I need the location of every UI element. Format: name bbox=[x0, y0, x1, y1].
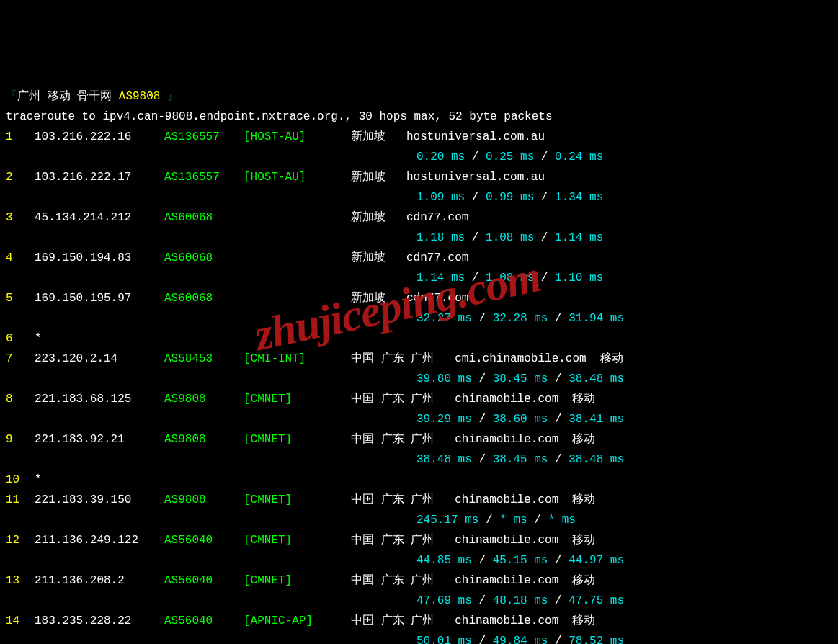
hop-location: 中国 广东 广州 cmi.chinamobile.com 移动 bbox=[337, 352, 623, 365]
hop-location: 中国 广东 广州 chinamobile.com 移动 bbox=[337, 393, 595, 406]
timing-3: 38.48 ms bbox=[569, 453, 624, 466]
hop-row: 11221.183.39.150AS9808[CMNET] 中国 广东 广州 c… bbox=[6, 490, 832, 510]
hop-ip: * bbox=[35, 332, 42, 345]
hop-location: 新加坡 cdn77.com bbox=[337, 251, 468, 264]
hop-row: 12211.136.249.122AS56040[CMNET] 中国 广东 广州… bbox=[6, 530, 832, 550]
hop-row: 14183.235.228.22AS56040[APNIC-AP] 中国 广东 … bbox=[6, 611, 832, 631]
hop-org: [HOST-AU] bbox=[244, 167, 337, 187]
hop-row: 6* bbox=[6, 328, 832, 349]
hop-asn: AS9808 bbox=[164, 490, 244, 510]
hop-org: [CMNET] bbox=[244, 490, 337, 510]
timing-2: 38.45 ms bbox=[493, 372, 548, 385]
hop-asn: AS56040 bbox=[164, 611, 244, 631]
timing-3: 1.34 ms bbox=[555, 191, 603, 204]
hop-location: 中国 广东 广州 chinamobile.com 移动 bbox=[337, 614, 595, 627]
hop-org: [CMNET] bbox=[244, 530, 337, 550]
hop-number: 7 bbox=[6, 349, 35, 369]
timing-3: * ms bbox=[548, 514, 575, 527]
timing-1: 32.27 ms bbox=[416, 312, 472, 325]
hop-location: 中国 广东 广州 chinamobile.com 移动 bbox=[337, 534, 595, 547]
hop-number: 13 bbox=[6, 571, 35, 591]
hop-org: [CMNET] bbox=[244, 571, 337, 591]
timing-1: 245.17 ms bbox=[416, 514, 478, 527]
hop-org: [CMNET] bbox=[244, 389, 337, 409]
hop-location: 新加坡 cdn77.com bbox=[337, 292, 468, 305]
hop-location: 中国 广东 广州 chinamobile.com 移动 bbox=[337, 433, 595, 446]
timing-1: 39.80 ms bbox=[416, 372, 472, 385]
hop-number: 8 bbox=[6, 389, 35, 409]
timing-2: 1.08 ms bbox=[486, 272, 534, 285]
hop-ip: 169.150.194.83 bbox=[35, 248, 164, 268]
timing-3: 44.97 ms bbox=[569, 554, 624, 567]
timing-2: * ms bbox=[499, 514, 527, 527]
timing-2: 48.18 ms bbox=[493, 594, 548, 607]
hop-ip: 221.183.92.21 bbox=[35, 429, 164, 450]
hop-row: 10* bbox=[6, 470, 832, 490]
timing-2: 38.60 ms bbox=[493, 413, 548, 426]
timing-1: 38.48 ms bbox=[416, 453, 472, 466]
hop-asn: AS9808 bbox=[164, 429, 244, 450]
hop-ip: * bbox=[35, 473, 42, 486]
hop-location: 新加坡 hostuniversal.com.au bbox=[337, 171, 545, 184]
timing-1: 1.14 ms bbox=[416, 272, 465, 285]
hop-timing-row: 44.85 ms / 45.15 ms / 44.97 ms bbox=[6, 550, 832, 571]
timing-3: 38.48 ms bbox=[569, 372, 624, 385]
timing-2: 32.28 ms bbox=[493, 312, 548, 325]
timing-1: 1.18 ms bbox=[416, 231, 465, 244]
timing-1: 44.85 ms bbox=[416, 554, 472, 567]
hop-timing-row: 39.29 ms / 38.60 ms / 38.41 ms bbox=[6, 409, 832, 429]
hop-ip: 221.183.39.150 bbox=[35, 490, 164, 510]
timing-1: 0.20 ms bbox=[416, 151, 465, 164]
hop-ip: 45.134.214.212 bbox=[35, 207, 164, 228]
hop-timing-row: 1.14 ms / 1.08 ms / 1.10 ms bbox=[6, 268, 832, 288]
hop-ip: 211.136.208.2 bbox=[35, 571, 164, 591]
hop-asn: AS58453 bbox=[164, 349, 244, 369]
timing-2: 45.15 ms bbox=[493, 554, 548, 567]
timing-3: 1.14 ms bbox=[555, 231, 603, 244]
timing-2: 49.84 ms bbox=[493, 635, 548, 644]
hop-row: 13211.136.208.2AS56040[CMNET] 中国 广东 广州 c… bbox=[6, 571, 832, 591]
hop-timing-row: 1.09 ms / 0.99 ms / 1.34 ms bbox=[6, 187, 832, 207]
timing-2: 0.99 ms bbox=[486, 191, 534, 204]
timing-3: 31.94 ms bbox=[569, 312, 624, 325]
hop-number: 10 bbox=[6, 470, 35, 490]
timing-3: 0.24 ms bbox=[555, 151, 603, 164]
hop-row: 1103.216.222.16AS136557[HOST-AU] 新加坡 hos… bbox=[6, 127, 832, 147]
hop-location: 新加坡 hostuniversal.com.au bbox=[337, 130, 545, 143]
timing-1: 1.09 ms bbox=[416, 191, 465, 204]
hop-timing-row: 1.18 ms / 1.08 ms / 1.14 ms bbox=[6, 228, 832, 248]
hop-ip: 169.150.195.97 bbox=[35, 288, 164, 308]
timing-1: 47.69 ms bbox=[416, 594, 472, 607]
timing-2: 1.08 ms bbox=[486, 231, 534, 244]
hop-row: 8221.183.68.125AS9808[CMNET] 中国 广东 广州 ch… bbox=[6, 389, 832, 409]
hop-ip: 211.136.249.122 bbox=[35, 530, 164, 550]
hop-row: 4169.150.194.83AS60068 新加坡 cdn77.com bbox=[6, 248, 832, 268]
hop-asn: AS60068 bbox=[164, 288, 244, 308]
timing-3: 47.75 ms bbox=[569, 594, 624, 607]
hop-timing-row: 50.01 ms / 49.84 ms / 78.52 ms bbox=[6, 631, 832, 644]
hop-number: 4 bbox=[6, 248, 35, 268]
hop-location: 新加坡 cdn77.com bbox=[337, 211, 468, 224]
hop-row: 7223.120.2.14AS58453[CMI-INT] 中国 广东 广州 c… bbox=[6, 349, 832, 369]
hop-row: 2103.216.222.17AS136557[HOST-AU] 新加坡 hos… bbox=[6, 167, 832, 187]
hop-timing-row: 47.69 ms / 48.18 ms / 47.75 ms bbox=[6, 591, 832, 611]
hop-location: 中国 广东 广州 chinamobile.com 移动 bbox=[337, 574, 595, 587]
hop-number: 1 bbox=[6, 127, 35, 147]
hop-row: 9221.183.92.21AS9808[CMNET] 中国 广东 广州 chi… bbox=[6, 429, 832, 450]
hop-timing-row: 39.80 ms / 38.45 ms / 38.48 ms bbox=[6, 369, 832, 389]
hop-ip: 221.183.68.125 bbox=[35, 389, 164, 409]
timing-3: 38.41 ms bbox=[569, 413, 624, 426]
command-line: traceroute to ipv4.can-9808.endpoint.nxt… bbox=[6, 107, 832, 127]
hop-number: 5 bbox=[6, 288, 35, 308]
hop-asn: AS136557 bbox=[164, 167, 244, 187]
timing-2: 0.25 ms bbox=[486, 151, 534, 164]
timing-2: 38.45 ms bbox=[493, 453, 548, 466]
timing-1: 39.29 ms bbox=[416, 413, 472, 426]
hop-location: 中国 广东 广州 chinamobile.com 移动 bbox=[337, 493, 595, 506]
hop-asn: AS56040 bbox=[164, 530, 244, 550]
hop-number: 6 bbox=[6, 328, 35, 349]
hop-asn: AS9808 bbox=[164, 389, 244, 409]
hop-asn: AS60068 bbox=[164, 207, 244, 228]
hop-timing-row: 32.27 ms / 32.28 ms / 31.94 ms bbox=[6, 308, 832, 328]
hop-row: 5169.150.195.97AS60068 新加坡 cdn77.com bbox=[6, 288, 832, 308]
